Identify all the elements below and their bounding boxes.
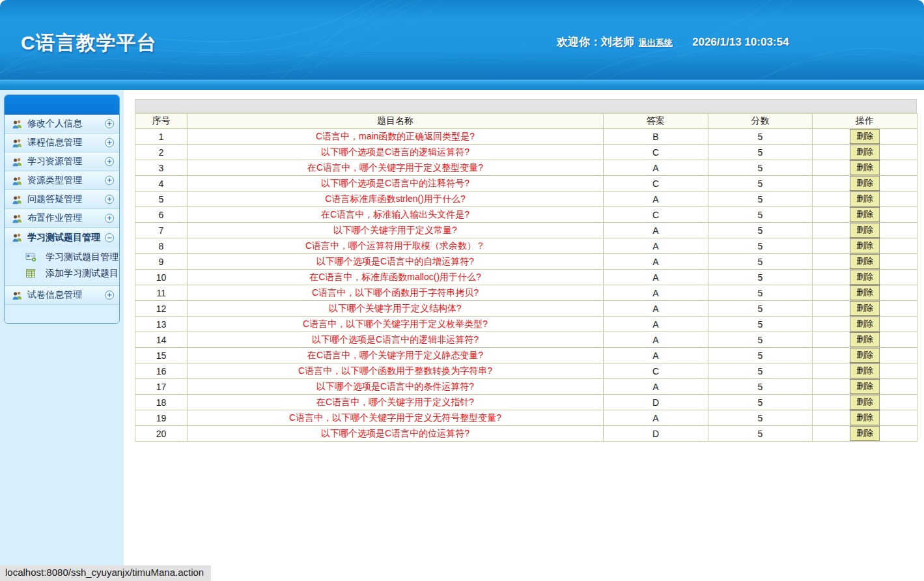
table-row: 9 以下哪个选项是C语言中的自增运算符? A 5 删除 bbox=[135, 254, 917, 270]
row-number: 10 bbox=[135, 270, 188, 285]
datetime: 2026/1/13 10:03:54 bbox=[692, 36, 789, 49]
sidebar-item[interactable]: 课程信息管理+ bbox=[5, 134, 119, 152]
delete-button[interactable]: 删除 bbox=[850, 254, 880, 269]
question-link[interactable]: 以下哪个选项是C语言中的逻辑非运算符? bbox=[312, 334, 479, 345]
question-link[interactable]: 在C语言中，哪个关键字用于定义整型变量? bbox=[307, 162, 483, 173]
question-link[interactable]: 以下哪个关键字用于定义结构体? bbox=[329, 303, 462, 313]
table-row: 12 以下哪个关键字用于定义结构体? A 5 删除 bbox=[135, 301, 917, 317]
score-cell: 5 bbox=[708, 332, 813, 348]
expand-icon[interactable]: + bbox=[105, 176, 114, 185]
expand-icon[interactable]: + bbox=[105, 138, 114, 147]
score-cell: 5 bbox=[708, 145, 813, 160]
question-link[interactable]: 在C语言中，标准输入输出头文件是? bbox=[321, 209, 469, 220]
question-table-body: 1 C语言中，main函数的正确返回类型是? B 5 删除 2 以下哪个选项是C… bbox=[135, 129, 917, 442]
row-number: 11 bbox=[135, 285, 188, 301]
table-row: 18 在C语言中，哪个关键字用于定义指针? D 5 删除 bbox=[135, 395, 917, 410]
row-number: 17 bbox=[135, 379, 188, 395]
table-row: 11 C语言中，以下哪个函数用于字符串拷贝? A 5 删除 bbox=[135, 285, 917, 301]
row-number: 7 bbox=[135, 223, 188, 238]
question-link[interactable]: 以下哪个选项是C语言的逻辑运算符? bbox=[321, 147, 469, 157]
delete-button[interactable]: 删除 bbox=[850, 129, 880, 144]
sidebar-item[interactable]: 学习测试题目管理− bbox=[5, 228, 119, 247]
delete-button[interactable]: 删除 bbox=[850, 379, 880, 394]
row-number: 19 bbox=[135, 410, 188, 426]
collapse-icon[interactable]: − bbox=[105, 233, 114, 242]
answer-cell: C bbox=[604, 363, 708, 379]
sidebar-item[interactable]: 学习资源管理+ bbox=[5, 152, 119, 171]
question-link[interactable]: 以下哪个选项是C语言中的位运算符? bbox=[321, 428, 469, 438]
score-cell: 5 bbox=[708, 160, 813, 176]
question-link[interactable]: C语言中，以下哪个函数用于整数转换为字符串? bbox=[298, 365, 492, 376]
delete-button[interactable]: 删除 bbox=[850, 270, 880, 285]
sidebar-item[interactable]: 问题答疑管理+ bbox=[5, 190, 119, 209]
question-link[interactable]: C语言中，main函数的正确返回类型是? bbox=[316, 131, 475, 141]
row-number: 12 bbox=[135, 301, 188, 317]
answer-cell: C bbox=[604, 176, 708, 191]
question-link[interactable]: 以下哪个选项是C语言中的条件运算符? bbox=[316, 381, 474, 391]
delete-button[interactable]: 删除 bbox=[850, 363, 880, 378]
row-number: 6 bbox=[135, 207, 188, 223]
row-number: 8 bbox=[135, 238, 188, 254]
sidebar-subitem-label: 学习测试题目管理 bbox=[46, 251, 119, 263]
question-link[interactable]: C语言中，以下哪个关键字用于定义枚举类型? bbox=[303, 319, 488, 329]
expand-icon[interactable]: + bbox=[105, 214, 114, 223]
question-link[interactable]: C语言标准库函数strlen()用于什么? bbox=[325, 193, 465, 204]
expand-icon[interactable]: + bbox=[105, 290, 114, 300]
question-link[interactable]: 以下哪个选项是C语言中的注释符号? bbox=[321, 178, 469, 188]
delete-button[interactable]: 删除 bbox=[850, 348, 880, 363]
sidebar-item[interactable]: 修改个人信息+ bbox=[5, 115, 119, 134]
expand-icon[interactable]: + bbox=[105, 119, 114, 128]
delete-button[interactable]: 删除 bbox=[850, 160, 880, 175]
sidebar-item[interactable]: 布置作业管理+ bbox=[5, 209, 119, 228]
question-link[interactable]: 在C语言中，哪个关键字用于定义指针? bbox=[316, 397, 474, 407]
delete-button[interactable]: 删除 bbox=[850, 285, 880, 300]
sidebar-panel-footer bbox=[5, 305, 119, 323]
question-link[interactable]: 以下哪个选项是C语言中的自增运算符? bbox=[316, 256, 474, 266]
question-link[interactable]: C语言中，以下哪个函数用于字符串拷贝? bbox=[312, 287, 479, 298]
delete-button[interactable]: 删除 bbox=[850, 426, 880, 441]
table-row: 13 C语言中，以下哪个关键字用于定义枚举类型? A 5 删除 bbox=[135, 317, 917, 332]
logout-link[interactable]: 退出系统 bbox=[639, 37, 673, 49]
sidebar-submenu: 学习测试题目管理添加学习测试题目 bbox=[5, 247, 119, 286]
answer-cell: D bbox=[604, 395, 708, 410]
app-header: C语言教学平台 欢迎你： 刘老师 退出系统 2026/1/13 10:03:54 bbox=[0, 0, 924, 90]
delete-button[interactable]: 删除 bbox=[850, 317, 880, 332]
sidebar-item[interactable]: 试卷信息管理+ bbox=[5, 286, 119, 305]
score-cell: 5 bbox=[708, 379, 813, 395]
expand-icon[interactable]: + bbox=[105, 157, 114, 166]
table-row: 4 以下哪个选项是C语言中的注释符号? C 5 删除 bbox=[135, 176, 917, 191]
main-panel: 序号 题目名称 答案 分数 操作 1 C语言中，main函数的正确返回类型是? … bbox=[124, 90, 924, 581]
row-number: 14 bbox=[135, 332, 188, 348]
delete-button[interactable]: 删除 bbox=[850, 332, 880, 347]
question-link[interactable]: 在C语言中，标准库函数malloc()用于什么? bbox=[309, 272, 481, 282]
header-no: 序号 bbox=[135, 114, 188, 129]
answer-cell: A bbox=[604, 332, 708, 348]
question-link[interactable]: C语言中，哪个运算符用于取模（求余数）？ bbox=[305, 240, 485, 251]
delete-button[interactable]: 删除 bbox=[850, 176, 880, 191]
delete-button[interactable]: 删除 bbox=[850, 410, 880, 425]
sidebar-subitem[interactable]: 添加学习测试题目 bbox=[5, 265, 119, 281]
row-number: 15 bbox=[135, 348, 188, 363]
question-link[interactable]: 在C语言中，哪个关键字用于定义静态变量? bbox=[307, 350, 483, 360]
delete-button[interactable]: 删除 bbox=[850, 395, 880, 410]
question-link[interactable]: 以下哪个关键字用于定义常量? bbox=[333, 225, 457, 235]
delete-button[interactable]: 删除 bbox=[850, 301, 880, 316]
sidebar-subitem[interactable]: 学习测试题目管理 bbox=[5, 249, 119, 265]
score-cell: 5 bbox=[708, 317, 813, 332]
delete-button[interactable]: 删除 bbox=[850, 207, 880, 222]
question-link[interactable]: C语言中，以下哪个关键字用于定义无符号整型变量? bbox=[289, 412, 501, 423]
delete-button[interactable]: 删除 bbox=[850, 223, 880, 238]
score-cell: 5 bbox=[708, 223, 813, 238]
score-cell: 5 bbox=[708, 301, 813, 317]
delete-button[interactable]: 删除 bbox=[850, 191, 880, 206]
table-row: 7 以下哪个关键字用于定义常量? A 5 删除 bbox=[135, 223, 917, 238]
delete-button[interactable]: 删除 bbox=[850, 145, 880, 160]
sidebar-item[interactable]: 资源类型管理+ bbox=[5, 171, 119, 190]
table-row: 2 以下哪个选项是C语言的逻辑运算符? C 5 删除 bbox=[135, 145, 917, 160]
sidebar-item-label: 问题答疑管理 bbox=[27, 193, 105, 205]
answer-cell: A bbox=[604, 379, 708, 395]
content-area: 修改个人信息+课程信息管理+学习资源管理+资源类型管理+问题答疑管理+布置作业管… bbox=[0, 90, 924, 581]
expand-icon[interactable]: + bbox=[105, 195, 114, 204]
delete-button[interactable]: 删除 bbox=[850, 238, 880, 253]
sidebar-menu: 修改个人信息+课程信息管理+学习资源管理+资源类型管理+问题答疑管理+布置作业管… bbox=[5, 115, 119, 305]
